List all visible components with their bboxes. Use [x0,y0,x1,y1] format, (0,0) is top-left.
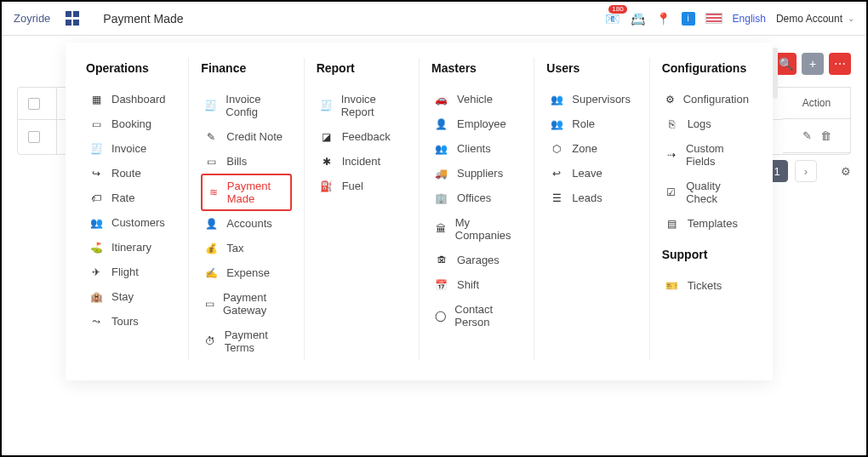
report-icon: 🧾 [320,100,333,111]
suppliers-icon: 🚚 [435,168,448,180]
calendar-icon[interactable]: 📇 [631,11,646,26]
quality-icon: ☑ [665,186,678,198]
page-title: Payment Made [103,12,183,26]
settings-icon[interactable]: ⚙ [841,165,851,178]
menu-item-shift[interactable]: 📅Shift [431,272,522,297]
menu-item-incident[interactable]: ✱Incident [317,149,407,174]
menu-item-payment-made[interactable]: ≋Payment Made [201,174,291,211]
menu-item-feedback[interactable]: ◪Feedback [317,124,407,149]
menu-item-custom-fields[interactable]: ⇢Custom Fields [662,136,752,174]
leads-icon: ☰ [550,192,563,204]
terms-icon: ⏱ [204,335,215,347]
templates-icon: ▤ [665,218,679,230]
tours-icon: ⤳ [89,316,103,328]
menu-item-dashboard[interactable]: ▦Dashboard [86,87,176,111]
add-button[interactable]: + [802,53,824,75]
menu-item-invoice-config[interactable]: 🧾Invoice Config [201,87,291,124]
menu-col-report: Report 🧾Invoice Report ◪Feedback ✱Incide… [305,58,420,360]
menu-item-vehicle[interactable]: 🚗Vehicle [431,87,522,111]
menu-item-route[interactable]: ↪Route [86,161,176,186]
menu-item-role[interactable]: 👥Role [546,111,637,136]
menu-item-fuel[interactable]: ⛽Fuel [317,174,407,198]
map-pin-icon[interactable]: 📍 [656,11,671,26]
menu-item-employee[interactable]: 👤Employee [431,111,522,136]
menu-heading-report: Report [317,61,407,75]
menu-item-booking[interactable]: ▭Booking [86,111,176,136]
account-menu[interactable]: Demo Account⌄ [776,13,854,25]
menu-item-suppliers[interactable]: 🚚Suppliers [431,161,522,186]
zone-icon: ⬡ [550,143,563,155]
payment-made-icon: ≋ [208,186,218,198]
menu-col-users: Users 👥Supervisors 👥Role ⬡Zone ↩Leave ☰L… [534,58,649,360]
menu-item-tours[interactable]: ⤳Tours [86,309,176,334]
menu-heading-operations: Operations [86,61,176,75]
stay-icon: 🏨 [89,291,103,303]
menu-item-garages[interactable]: 🏚Garages [431,248,522,272]
menu-item-credit-note[interactable]: ✎Credit Note [201,124,291,149]
apps-icon[interactable] [66,11,81,26]
action-cell: ✎ 🗑 [783,119,851,153]
menu-item-payment-terms[interactable]: ⏱Payment Terms [201,323,291,360]
edit-icon[interactable]: ✎ [802,129,812,142]
delete-icon[interactable]: 🗑 [820,129,831,142]
menu-item-zone[interactable]: ⬡Zone [546,136,637,161]
menu-item-leads[interactable]: ☰Leads [546,186,637,210]
menu-heading-support: Support [662,248,752,261]
menu-item-itinerary[interactable]: ⛳Itinerary [86,235,176,260]
menu-heading-finance: Finance [201,61,291,75]
employee-icon: 👤 [435,118,448,130]
menu-item-logs[interactable]: ⎘Logs [662,111,752,136]
select-all-checkbox[interactable] [28,98,40,110]
action-column-header: Action [783,87,851,119]
tax-icon: 💰 [204,243,218,254]
incident-icon: ✱ [320,156,334,168]
menu-item-templates[interactable]: ▤Templates [662,211,752,236]
rate-icon: 🏷 [89,192,103,204]
contact-icon: ◯ [435,310,446,322]
menu-item-invoice[interactable]: 🧾Invoice [86,136,176,161]
menu-item-accounts[interactable]: 👤Accounts [201,211,291,236]
menu-col-configurations: Configurations ⚙Configuration ⎘Logs ⇢Cus… [650,58,764,360]
menu-item-stay[interactable]: 🏨Stay [86,284,176,309]
flag-icon[interactable] [705,13,722,24]
menu-item-rate[interactable]: 🏷Rate [86,186,176,210]
menu-item-bills[interactable]: ▭Bills [201,149,291,174]
tickets-icon: 🎫 [665,280,679,292]
menu-item-leave[interactable]: ↩Leave [546,161,637,186]
invoice-icon: 🧾 [89,143,103,155]
brand[interactable]: Zoyride [14,12,50,25]
menu-item-supervisors[interactable]: 👥Supervisors [546,87,637,111]
more-button[interactable]: ⋯ [829,53,851,75]
menu-item-customers[interactable]: 👥Customers [86,210,176,235]
mail-icon[interactable]: 📧180 [605,11,620,26]
leave-icon: ↩ [550,168,563,180]
menu-item-tickets[interactable]: 🎫Tickets [662,273,752,298]
logs-icon: ⎘ [665,118,679,130]
customers-icon: 👥 [89,217,103,229]
menu-item-clients[interactable]: 👥Clients [431,136,522,161]
menu-item-quality-check[interactable]: ☑Quality Check [662,174,752,211]
menu-item-invoice-report[interactable]: 🧾Invoice Report [317,87,407,124]
info-icon[interactable]: i [682,12,695,26]
topbar: Zoyride Payment Made 📧180 📇 📍 i English … [2,2,866,36]
menu-item-tax[interactable]: 💰Tax [201,236,291,260]
credit-note-icon: ✎ [204,131,218,143]
menu-item-my-companies[interactable]: 🏛My Companies [431,210,522,248]
companies-icon: 🏛 [435,223,447,235]
dashboard-icon: ▦ [89,94,103,106]
language-selector[interactable]: English [733,13,766,25]
account-label: Demo Account [776,13,842,25]
booking-icon: ▭ [89,118,103,130]
feedback-icon: ◪ [320,131,334,143]
menu-item-expense[interactable]: ✍Expense [201,260,291,285]
menu-item-offices[interactable]: 🏢Offices [431,186,522,210]
expense-icon: ✍ [204,267,218,279]
menu-item-configuration[interactable]: ⚙Configuration [662,87,752,111]
row-checkbox[interactable] [28,131,40,143]
menu-item-flight[interactable]: ✈Flight [86,260,176,284]
menu-item-contact-person[interactable]: ◯Contact Person [431,297,522,334]
chevron-down-icon: ⌄ [848,14,854,23]
fuel-icon: ⛽ [320,180,334,192]
page-next[interactable]: › [795,160,817,182]
menu-item-payment-gateway[interactable]: ▭Payment Gateway [201,285,291,323]
